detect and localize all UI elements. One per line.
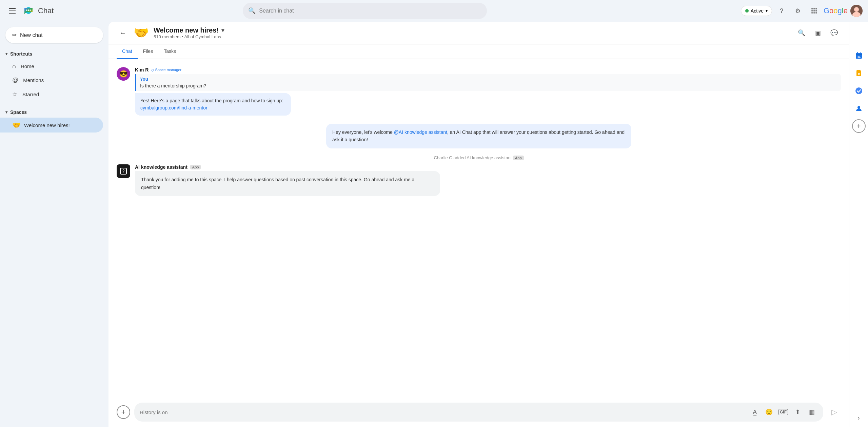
search-bar: 🔍 bbox=[243, 3, 487, 19]
shortcuts-chevron-icon: ▾ bbox=[5, 52, 7, 56]
svg-point-24 bbox=[858, 73, 860, 75]
kim-avatar: 😎 bbox=[117, 67, 130, 81]
message-group-bot: ? AI knowledge assistant App Thank you f… bbox=[117, 164, 841, 196]
tab-files[interactable]: Files bbox=[138, 44, 159, 59]
shortcuts-section-header[interactable]: ▾ Shortcuts bbox=[0, 48, 108, 59]
kim-sender-name: Kim R bbox=[135, 67, 149, 73]
diamond-icon: ◇ bbox=[151, 68, 154, 72]
svg-point-8 bbox=[811, 10, 813, 12]
status-button[interactable]: Active ▾ bbox=[741, 6, 772, 16]
svg-rect-22 bbox=[860, 52, 861, 54]
new-chat-button[interactable]: ✏ New chat bbox=[5, 27, 103, 43]
spaces-label: Spaces bbox=[10, 109, 27, 115]
svg-point-6 bbox=[813, 8, 815, 9]
messages-area: 😎 Kim R ◇ Space manager You Is there a m… bbox=[108, 59, 849, 397]
svg-text:31: 31 bbox=[857, 55, 861, 58]
reply-link[interactable]: cymbalgroup.com/find-a-mentor bbox=[140, 105, 208, 110]
space-item-welcome-new-hires[interactable]: 🤝 Welcome new hires! bbox=[0, 118, 103, 133]
search-icon: 🔍 bbox=[248, 7, 256, 15]
header-threads-button[interactable]: 💬 bbox=[827, 26, 841, 40]
svg-point-15 bbox=[854, 7, 859, 12]
mentions-icon: @ bbox=[12, 77, 18, 84]
space-emoji: 🤝 bbox=[12, 121, 21, 129]
svg-point-25 bbox=[855, 87, 862, 94]
tab-chat[interactable]: Chat bbox=[117, 44, 138, 59]
svg-point-4 bbox=[29, 9, 31, 11]
quote-text: Is there a mentorship program? bbox=[140, 83, 837, 88]
right-sidebar-keep-button[interactable] bbox=[852, 66, 866, 80]
chat-title-dropdown-icon[interactable]: ▾ bbox=[221, 27, 224, 34]
chat-title-text: Welcome new hires! bbox=[154, 26, 219, 34]
home-icon: ⌂ bbox=[12, 63, 16, 70]
kim-reply-bubble: Yes! Here's a page that talks about the … bbox=[135, 93, 291, 116]
sidebar-home-label: Home bbox=[21, 63, 34, 69]
svg-point-13 bbox=[815, 12, 817, 14]
chevron-down-icon: ▾ bbox=[766, 8, 768, 13]
svg-point-2 bbox=[26, 9, 27, 11]
sidebar-item-starred[interactable]: ☆ Starred bbox=[0, 87, 103, 101]
header-search-button[interactable]: 🔍 bbox=[795, 26, 808, 40]
tab-tasks[interactable]: Tasks bbox=[158, 44, 181, 59]
right-sidebar-calendar-button[interactable]: 31 bbox=[852, 49, 866, 62]
right-sidebar-tasks-button[interactable] bbox=[852, 84, 866, 98]
app-title: Chat bbox=[38, 6, 54, 15]
emoji-button[interactable]: 🙂 bbox=[763, 406, 775, 418]
right-sidebar-collapse-button[interactable]: › bbox=[858, 414, 860, 422]
message-group-kim: 😎 Kim R ◇ Space manager You Is there a m… bbox=[117, 67, 841, 116]
status-indicator bbox=[745, 9, 749, 13]
top-bar-right: Active ▾ ? ⚙ Google bbox=[741, 4, 863, 18]
svg-point-26 bbox=[857, 106, 860, 109]
broadcast-mention[interactable]: @AI knowledge assistant bbox=[394, 129, 447, 135]
user-avatar[interactable] bbox=[850, 5, 863, 17]
main-content: ← 🤝 Welcome new hires! ▾ 510 members • A… bbox=[108, 22, 849, 427]
svg-point-3 bbox=[28, 9, 29, 11]
chat-title: Welcome new hires! ▾ bbox=[154, 26, 790, 34]
upload-button[interactable]: ⬆ bbox=[791, 406, 804, 418]
svg-rect-21 bbox=[857, 52, 858, 54]
bot-sender-name: AI knowledge assistant bbox=[135, 164, 188, 170]
sidebar: ✏ New chat ▾ Shortcuts ⌂ Home @ Mentions… bbox=[0, 22, 108, 427]
back-button[interactable]: ← bbox=[117, 27, 129, 39]
chat-header-emoji: 🤝 bbox=[134, 26, 149, 40]
message-input[interactable] bbox=[140, 409, 746, 415]
format-text-button[interactable]: A̲ bbox=[749, 406, 761, 418]
chat-header-actions: 🔍 ▣ 💬 bbox=[795, 26, 841, 40]
svg-point-9 bbox=[813, 10, 815, 12]
bot-sender-info: AI knowledge assistant App bbox=[135, 164, 841, 170]
send-button[interactable]: ▷ bbox=[827, 405, 841, 419]
main-layout: ✏ New chat ▾ Shortcuts ⌂ Home @ Mentions… bbox=[0, 22, 868, 427]
sidebar-item-home[interactable]: ⌂ Home bbox=[0, 59, 103, 73]
broadcast-message: Hey everyone, let's welcome @AI knowledg… bbox=[326, 124, 631, 148]
video-button[interactable]: ▦ bbox=[806, 406, 818, 418]
settings-button[interactable]: ⚙ bbox=[791, 4, 805, 18]
kim-message-content: Kim R ◇ Space manager You Is there a men… bbox=[135, 67, 841, 116]
add-attachment-button[interactable]: + bbox=[117, 405, 130, 419]
hamburger-menu-button[interactable] bbox=[5, 4, 19, 18]
sidebar-item-mentions[interactable]: @ Mentions bbox=[0, 73, 103, 87]
top-bar: Chat 🔍 Active ▾ ? ⚙ Google bbox=[0, 0, 868, 22]
bot-text: Thank you for adding me to this space. I… bbox=[141, 177, 414, 190]
svg-point-11 bbox=[811, 12, 813, 14]
spaces-chevron-icon: ▾ bbox=[5, 110, 7, 115]
help-button[interactable]: ? bbox=[775, 4, 788, 18]
svg-rect-20 bbox=[856, 54, 862, 55]
kim-badge-label: Space manager bbox=[155, 68, 181, 72]
gif-button[interactable]: GIF bbox=[777, 406, 789, 418]
kim-space-manager-badge: ◇ Space manager bbox=[151, 68, 181, 72]
right-sidebar-contacts-button[interactable] bbox=[852, 102, 866, 115]
right-sidebar-add-button[interactable]: + bbox=[852, 119, 866, 133]
google-logo: Google bbox=[824, 6, 848, 15]
header-layout-button[interactable]: ▣ bbox=[811, 26, 825, 40]
input-area: + A̲ 🙂 GIF ⬆ ▦ ▷ bbox=[108, 397, 849, 427]
svg-point-5 bbox=[811, 8, 813, 9]
search-input[interactable] bbox=[243, 3, 487, 19]
chat-subtitle: 510 members • All of Cymbal Labs bbox=[154, 34, 790, 39]
spaces-section-header[interactable]: ▾ Spaces bbox=[0, 107, 108, 118]
new-chat-label: New chat bbox=[20, 32, 43, 38]
apps-button[interactable] bbox=[807, 4, 821, 18]
space-item-label: Welcome new hires! bbox=[24, 122, 70, 128]
right-sidebar: 31 + › bbox=[849, 22, 868, 427]
chat-tabs: Chat Files Tasks bbox=[108, 44, 849, 59]
reply-text: Yes! Here's a page that talks about the … bbox=[140, 98, 283, 103]
members-count: 510 members bbox=[154, 34, 180, 39]
